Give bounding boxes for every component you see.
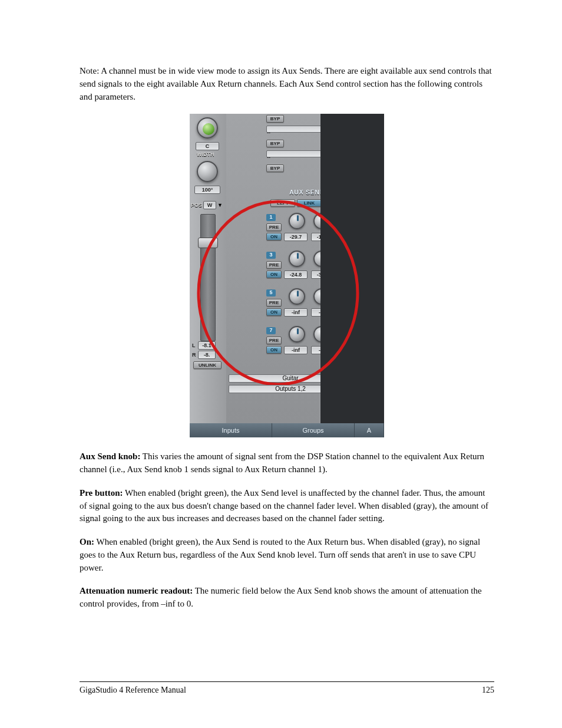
l-label: L xyxy=(192,342,198,348)
width-knob[interactable] xyxy=(197,161,218,182)
aux-number: 1 xyxy=(266,214,276,221)
aux-link-button[interactable]: LINK xyxy=(297,199,322,207)
footer-rule xyxy=(80,681,494,682)
l-value: -8.1 xyxy=(198,341,216,350)
att-label: Attenuation numeric readout: xyxy=(80,586,193,595)
attenuation-readout: -29.7 xyxy=(284,233,308,241)
pre-button-paragraph: Pre button: When enabled (bright green),… xyxy=(80,487,494,525)
pre-text: When enabled (bright green), the Aux Sen… xyxy=(80,488,488,523)
aux-number: 7 xyxy=(266,327,276,334)
bottom-tabs: Inputs Groups A xyxy=(190,423,384,437)
pan-knob[interactable] xyxy=(197,117,218,139)
aux-send-3: 3 PRE ON -24.8 xyxy=(266,252,309,288)
aux-knob-label: Aux Send knob: xyxy=(80,452,140,461)
on-button[interactable]: ON xyxy=(266,233,282,241)
pos-selector[interactable]: POS W ▼ xyxy=(191,201,223,209)
pre-button[interactable]: PRE xyxy=(266,223,282,231)
figure-wrapper: C WIDTH 100° POS W ▼ L-8.1 R-8. UNLINK xyxy=(80,114,494,437)
channel-mid-column: BYP EDIT -- ▼ BYP EDIT -- ▼ BYP EDIT AUX… xyxy=(226,114,319,437)
r-readout: R-8. xyxy=(192,351,216,359)
footer-title: GigaStudio 4 Reference Manual xyxy=(80,686,186,695)
width-value: 100° xyxy=(194,186,220,194)
attenuation-paragraph: Attenuation numeric readout: The numeric… xyxy=(80,585,494,611)
width-label: WIDTH xyxy=(197,151,214,157)
channel-fader-track[interactable] xyxy=(200,214,216,341)
aux-send-knob[interactable] xyxy=(289,251,305,267)
pre-button[interactable]: PRE xyxy=(266,299,282,307)
attenuation-readout: -inf xyxy=(284,308,308,317)
pre-label: Pre button: xyxy=(80,488,123,498)
pre-button[interactable]: PRE xyxy=(266,337,282,344)
on-paragraph: On: When enabled (bright green), the Aux… xyxy=(80,536,494,574)
aux-knob-paragraph: Aux Send knob: This varies the amount of… xyxy=(80,450,494,476)
on-label: On: xyxy=(80,537,94,546)
document-page: Note: A channel must be in wide view mod… xyxy=(0,0,562,728)
pos-value: W xyxy=(203,201,216,209)
byp-button[interactable]: BYP xyxy=(266,115,284,123)
tab-groups[interactable]: Groups xyxy=(272,423,355,437)
attenuation-readout: -24.8 xyxy=(284,271,308,279)
r-label: R xyxy=(192,352,198,358)
c-field: C xyxy=(196,142,219,150)
on-button[interactable]: ON xyxy=(266,271,282,278)
aux-send-knob[interactable] xyxy=(289,326,305,342)
output-label: Outputs 1,2 xyxy=(275,386,306,392)
aux-number: 5 xyxy=(266,289,276,297)
channel-fader-cap[interactable] xyxy=(198,238,218,248)
chevron-down-icon: ▼ xyxy=(217,202,223,208)
byp-button[interactable]: BYP xyxy=(266,164,284,172)
on-button[interactable]: ON xyxy=(266,308,282,316)
aux-send-1: 1 PRE ON -29.7 xyxy=(266,214,309,251)
tab-aux[interactable]: A xyxy=(355,423,384,437)
pre-button[interactable]: PRE xyxy=(266,261,282,269)
dsp-station-screenshot: C WIDTH 100° POS W ▼ L-8.1 R-8. UNLINK xyxy=(190,114,384,437)
tab-inputs[interactable]: Inputs xyxy=(190,423,272,437)
aux-send-knob[interactable] xyxy=(289,288,305,305)
dynamics-right-column: THR dB RA 0.0 4.3 -12 100 -6 -12 GAIN dB… xyxy=(320,114,384,437)
attenuation-readout: -inf xyxy=(284,346,308,354)
pos-label: POS xyxy=(191,202,202,208)
aux-knob-text: This varies the amount of signal sent fr… xyxy=(80,452,484,474)
aux-number: 3 xyxy=(266,252,276,259)
page-number: 125 xyxy=(482,686,494,695)
byp-button[interactable]: BYP xyxy=(266,140,284,147)
on-button[interactable]: ON xyxy=(266,346,282,354)
note-paragraph: Note: A channel must be in wide view mod… xyxy=(80,65,494,103)
r-value: -8. xyxy=(198,351,216,359)
on-text: When enabled (bright green), the Aux Sen… xyxy=(80,537,480,572)
unlink-button[interactable]: UNLINK xyxy=(193,361,222,369)
aux-send-knob[interactable] xyxy=(289,213,305,229)
l-readout: L-8.1 xyxy=(192,341,216,350)
aux-left-button[interactable]: LEFT xyxy=(270,199,295,207)
channel-left-column: C WIDTH 100° POS W ▼ L-8.1 R-8. UNLINK xyxy=(190,114,226,437)
aux-send-5: 5 PRE ON -inf xyxy=(266,289,309,326)
aux-send-7: 7 PRE ON -inf xyxy=(266,327,309,364)
